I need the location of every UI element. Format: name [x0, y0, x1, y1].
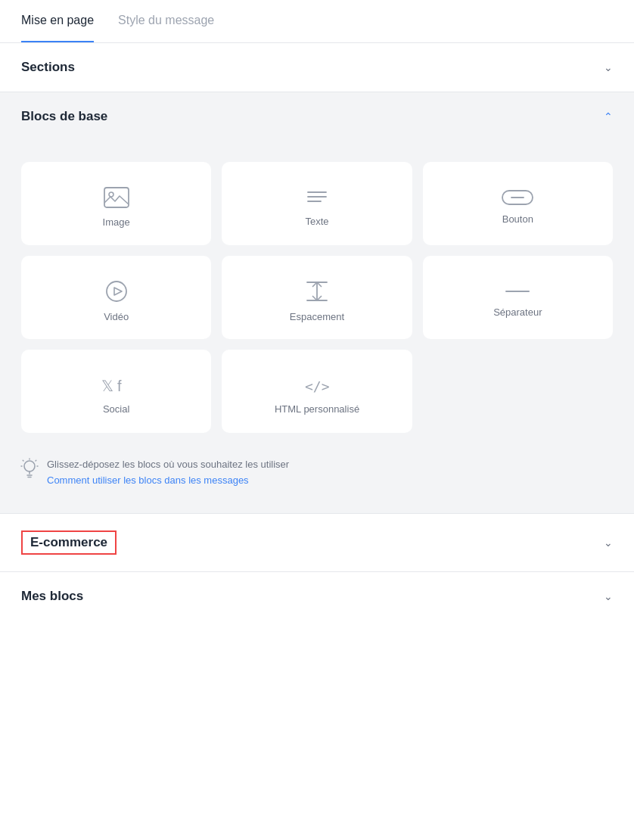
block-espacement-label: Espacement	[290, 311, 344, 322]
svg-line-21	[23, 460, 23, 461]
ecommerce-title: E-commerce	[21, 530, 117, 555]
blocs-de-base-panel: Blocs de base ⌃ Image	[0, 92, 634, 514]
svg-point-1	[109, 192, 113, 197]
separator-icon	[502, 284, 533, 299]
tip-area: Glissez-déposez les blocs où vous souhai…	[21, 454, 613, 492]
block-html-label: HTML personnalisé	[275, 403, 359, 415]
svg-point-16	[24, 461, 35, 471]
block-bouton[interactable]: Bouton	[423, 162, 613, 245]
mes-blocs-header[interactable]: Mes blocs ⌄	[0, 572, 634, 621]
tab-bar: Mise en page Style du message	[0, 0, 634, 43]
svg-text:f: f	[117, 378, 122, 394]
block-social[interactable]: 𝕏 f Social	[21, 350, 211, 433]
tip-main-text: Glissez-déposez les blocs où vous souhai…	[47, 459, 289, 470]
text-icon	[304, 187, 330, 208]
svg-line-22	[36, 460, 36, 461]
mes-blocs-chevron-icon: ⌄	[604, 590, 613, 602]
ecommerce-chevron-icon: ⌄	[604, 537, 613, 549]
svg-point-7	[107, 282, 126, 301]
image-icon	[103, 186, 130, 209]
tip-content: Glissez-déposez les blocs où vous souhai…	[47, 457, 289, 489]
svg-text:</>: </>	[305, 378, 330, 394]
block-image-label: Image	[103, 216, 130, 228]
block-texte[interactable]: Texte	[222, 162, 412, 245]
blocs-de-base-header[interactable]: Blocs de base ⌃	[0, 92, 634, 141]
ecommerce-header[interactable]: E-commerce ⌄	[0, 514, 634, 572]
block-separateur[interactable]: Séparateur	[423, 256, 613, 339]
html-icon: </>	[302, 375, 332, 396]
block-html[interactable]: </> HTML personnalisé	[222, 350, 412, 433]
blocs-panel-content: Image Texte	[0, 141, 634, 514]
tip-link[interactable]: Comment utiliser les blocs dans les mess…	[47, 473, 289, 489]
sections-header[interactable]: Sections ⌄	[0, 43, 634, 92]
social-icon: 𝕏 f	[99, 375, 134, 396]
block-video[interactable]: Vidéo	[21, 256, 211, 339]
block-bouton-label: Bouton	[502, 213, 533, 225]
svg-marker-8	[114, 288, 122, 295]
video-icon	[104, 279, 129, 303]
blocs-de-base-title: Blocs de base	[21, 109, 107, 124]
block-image[interactable]: Image	[21, 162, 211, 245]
svg-rect-0	[104, 188, 129, 207]
blocs-de-base-chevron-icon: ⌃	[604, 110, 613, 123]
block-social-label: Social	[103, 403, 129, 415]
block-espacement[interactable]: Espacement	[222, 256, 412, 339]
sections-title: Sections	[21, 60, 75, 75]
block-video-label: Vidéo	[104, 311, 129, 322]
sections-chevron-icon: ⌄	[604, 61, 613, 73]
blocks-grid: Image Texte	[21, 162, 613, 433]
tip-lightbulb-icon	[21, 459, 38, 484]
svg-text:𝕏: 𝕏	[101, 378, 113, 394]
button-icon	[501, 189, 534, 206]
block-texte-label: Texte	[305, 216, 328, 227]
tab-mise-en-page[interactable]: Mise en page	[21, 0, 94, 42]
tab-style-du-message[interactable]: Style du message	[118, 0, 214, 42]
block-separateur-label: Séparateur	[493, 306, 542, 318]
spacing-icon	[304, 279, 330, 303]
mes-blocs-title: Mes blocs	[21, 589, 83, 604]
